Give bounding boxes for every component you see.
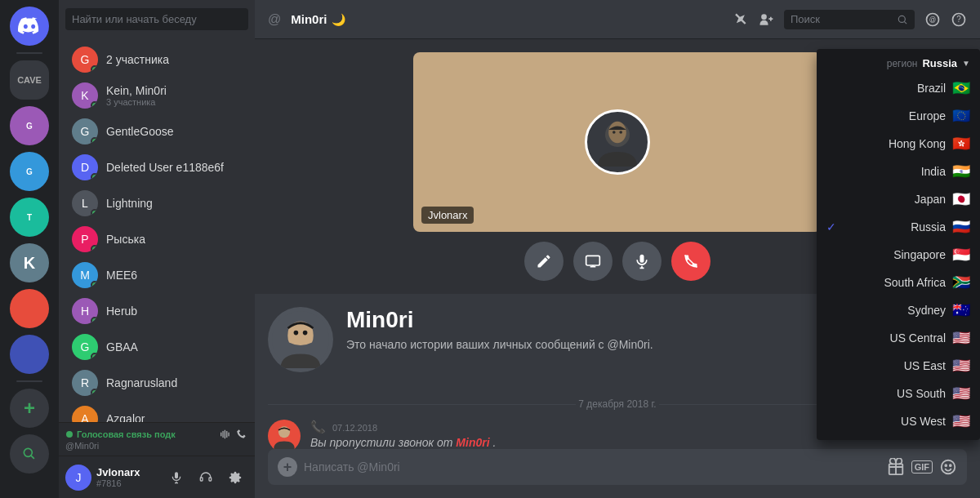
region-item-name: South Africa [843,276,946,289]
chat-input-bar: + GIF [268,449,967,485]
dm-name: Ragnarusland [106,376,177,390]
flag-icon: 🇪🇺 [952,107,970,125]
dropdown-region-item[interactable]: ✓ Brazil 🇧🇷 [817,74,980,102]
dm-item[interactable]: K Kein, Min0ri 3 участника [65,78,248,113]
voice-phone-icon[interactable] [235,428,248,441]
top-bar-right: @ ? [732,10,967,29]
hangup-button[interactable] [671,242,710,281]
bottom-tag: #7816 [96,478,158,488]
svg-rect-8 [175,472,178,478]
attach-button[interactable]: + [278,457,297,477]
svg-point-31 [942,460,956,474]
server-icon-3[interactable]: T [10,198,49,237]
dm-item[interactable]: D Deleted User e1188e6f [65,149,248,185]
inbox-icon[interactable]: @ [924,11,941,28]
region-item-name: Sydney [843,304,946,317]
dm-avatar: G [72,118,98,145]
dropdown-region-item[interactable]: ✓ US Central 🇺🇸 [817,324,980,352]
dm-avatar: G [72,334,98,360]
server-icon-6[interactable] [10,335,49,374]
dropdown-region-item[interactable]: ✓ US East 🇺🇸 [817,352,980,380]
dm-item[interactable]: G 2 участника [65,42,248,78]
dm-info: 2 участника [106,53,169,67]
server-icon-2[interactable]: G [10,152,49,191]
dm-name: MEE6 [106,269,137,282]
dropdown-region-item[interactable]: ✓ South Africa 🇿🇦 [817,269,980,296]
svg-rect-23 [640,255,644,263]
dropdown-region-item[interactable]: ✓ India 🇮🇳 [817,158,980,185]
video-user-avatar [585,109,650,175]
screen-share-button[interactable] [573,242,612,281]
server-icon-1[interactable]: G [10,106,49,145]
explore-servers-button[interactable] [10,434,49,474]
svg-rect-7 [229,433,229,437]
dm-info: Нerub [106,305,137,318]
server-icon-cave[interactable]: CAVE [10,60,49,100]
gif-button[interactable]: GIF [911,460,933,474]
call-controls [524,242,710,281]
headset-button[interactable] [193,465,219,491]
dm-info: GBAA [106,340,138,354]
pin-icon[interactable] [732,11,748,28]
emoji-icon[interactable] [939,458,957,476]
dm-avatar: Н [72,298,98,324]
dropdown-region-item[interactable]: ✓ Japan 🇯🇵 [817,185,980,213]
dm-name: Нerub [106,305,137,318]
dm-search-container [59,0,255,38]
dropdown-region-item[interactable]: ✓ US West 🇺🇸 [817,407,980,435]
dm-item[interactable]: M MEE6 [65,257,248,293]
dm-item[interactable]: R Ragnarusland [65,365,248,401]
region-item-name: Hong Kong [843,137,946,150]
dm-item[interactable]: G GentleGoose [65,113,248,149]
flag-icon: 🇧🇷 [952,79,970,97]
svg-rect-6 [226,431,227,438]
gift-icon[interactable] [887,458,905,476]
dropdown-region-item[interactable]: ✓ US South 🇺🇸 [817,380,980,407]
dm-item[interactable]: G GBAA [65,329,248,365]
svg-point-21 [619,131,622,134]
bottom-user-info: Jvlonarx #7816 [96,466,158,488]
region-value: Russia [922,57,957,69]
add-friend-icon[interactable] [758,11,774,28]
message-input[interactable] [304,460,880,474]
region-dropdown: регион Russia ▼ ✓ Brazil 🇧🇷 ✓ Europe 🇪🇺 … [817,49,980,440]
server-icon-k[interactable]: K [10,243,49,282]
dm-search-input[interactable] [65,8,248,30]
dropdown-region-item[interactable]: ✓ Singapore 🇸🇬 [817,241,980,269]
chevron-icon: ▼ [962,59,970,68]
dropdown-region-item[interactable]: ✓ Europe 🇪🇺 [817,102,980,130]
chat-intro-desc: Это начало истории ваших личных сообщени… [346,338,653,351]
dropdown-region-item[interactable]: ✓ Sydney 🇦🇺 [817,296,980,324]
dropdown-region-item[interactable]: ✓ Hong Kong 🇭🇰 [817,130,980,158]
dropdown-header: регион Russia ▼ [817,54,980,74]
dm-info: Deleted User e1188e6f [106,161,224,175]
add-server-button[interactable]: + [10,389,49,428]
mic-button[interactable] [163,465,189,491]
video-container: Jvlonarx [413,52,822,232]
dropdown-region-item[interactable]: ✓ Russia 🇷🇺 [817,213,980,241]
flag-icon: 🇿🇦 [952,273,970,291]
server-icon-5[interactable] [10,289,49,328]
dm-info: Azgalor [106,412,145,422]
search-icon [897,13,908,26]
mute-button[interactable] [622,242,662,281]
dm-avatar: D [72,154,98,180]
edit-button[interactable] [524,242,564,281]
voice-soundwave-icon[interactable] [219,428,232,441]
dm-item[interactable]: L Lightning [65,185,248,221]
dm-name: 2 участника [106,53,169,67]
help-icon[interactable]: ? [951,11,967,28]
region-item-name: US East [843,359,946,372]
svg-point-33 [950,465,951,466]
discord-home-button[interactable] [10,7,49,46]
server-divider-2 [16,380,42,382]
dm-item[interactable]: Р Рыська [65,221,248,257]
settings-button[interactable] [222,465,248,491]
dm-name: Deleted User e1188e6f [106,161,224,175]
svg-text:@: @ [929,16,936,24]
dm-item[interactable]: A Azgalor [65,401,248,422]
svg-rect-5 [225,430,225,439]
chat-intro-info: Min0ri Это начало истории ваших личных с… [346,307,653,351]
dm-item[interactable]: Н Нerub [65,293,248,329]
search-input[interactable] [791,13,892,25]
